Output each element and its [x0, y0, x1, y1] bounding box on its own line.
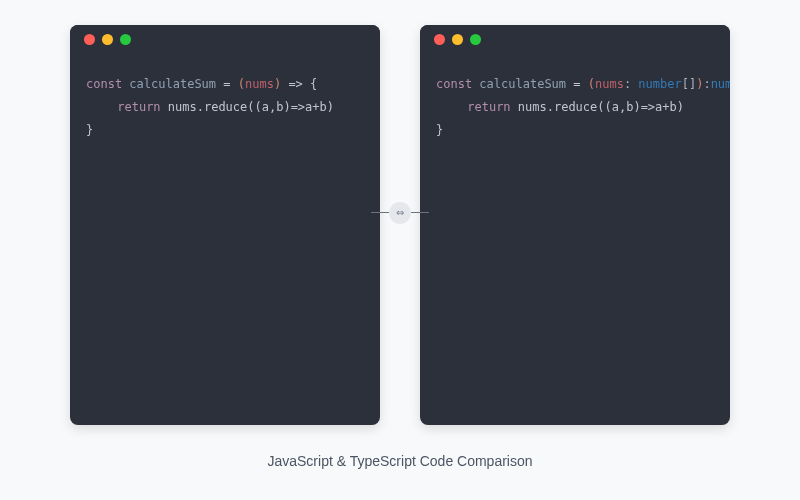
expression: nums.reduce((a,b)=>a+b): [161, 100, 334, 114]
code-window-left: const calculateSum = (nums) => { return …: [70, 25, 380, 425]
drag-handle-icon[interactable]: ⇔: [389, 202, 411, 224]
keyword: return: [117, 100, 160, 114]
keyword: return: [467, 100, 510, 114]
expression: nums.reduce((a,b)=>a+b): [511, 100, 684, 114]
param: nums: [595, 77, 624, 91]
operator: =: [573, 77, 580, 91]
maximize-icon[interactable]: [120, 34, 131, 45]
divider-line: [411, 212, 429, 213]
minimize-icon[interactable]: [452, 34, 463, 45]
colon: :: [624, 77, 638, 91]
operator: =: [223, 77, 230, 91]
window-titlebar: [420, 25, 730, 53]
code-window-right: const calculateSum = (nums: number[]):nu…: [420, 25, 730, 425]
comparison-panels: const calculateSum = (nums) => { return …: [0, 0, 800, 425]
divider-line: [371, 212, 389, 213]
code-line: const calculateSum = (nums) => {: [86, 73, 364, 96]
paren: (: [588, 77, 595, 91]
brace: }: [86, 123, 93, 137]
minimize-icon[interactable]: [102, 34, 113, 45]
brace: {: [310, 77, 317, 91]
close-icon[interactable]: [84, 34, 95, 45]
keyword: const: [436, 77, 472, 91]
colon: :: [703, 77, 710, 91]
function-name: calculateSum: [129, 77, 216, 91]
function-name: calculateSum: [479, 77, 566, 91]
arrow: =>: [288, 77, 302, 91]
maximize-icon[interactable]: [470, 34, 481, 45]
code-line: }: [86, 119, 364, 142]
brace: }: [436, 123, 443, 137]
close-icon[interactable]: [434, 34, 445, 45]
code-body-left: const calculateSum = (nums) => { return …: [70, 53, 380, 161]
keyword: const: [86, 77, 122, 91]
paren: (: [238, 77, 245, 91]
paren: ): [274, 77, 281, 91]
code-line: return nums.reduce((a,b)=>a+b): [436, 96, 714, 119]
code-line: const calculateSum = (nums: number[]):nu…: [436, 73, 714, 96]
code-line: return nums.reduce((a,b)=>a+b): [86, 96, 364, 119]
code-body-right: const calculateSum = (nums: number[]):nu…: [420, 53, 730, 161]
type-annotation: number: [711, 77, 730, 91]
resize-divider[interactable]: ⇔: [371, 202, 429, 224]
brackets: []: [682, 77, 696, 91]
window-titlebar: [70, 25, 380, 53]
page-caption: JavaScript & TypeScript Code Comparison: [0, 453, 800, 469]
param: nums: [245, 77, 274, 91]
code-line: }: [436, 119, 714, 142]
type-annotation: number: [638, 77, 681, 91]
